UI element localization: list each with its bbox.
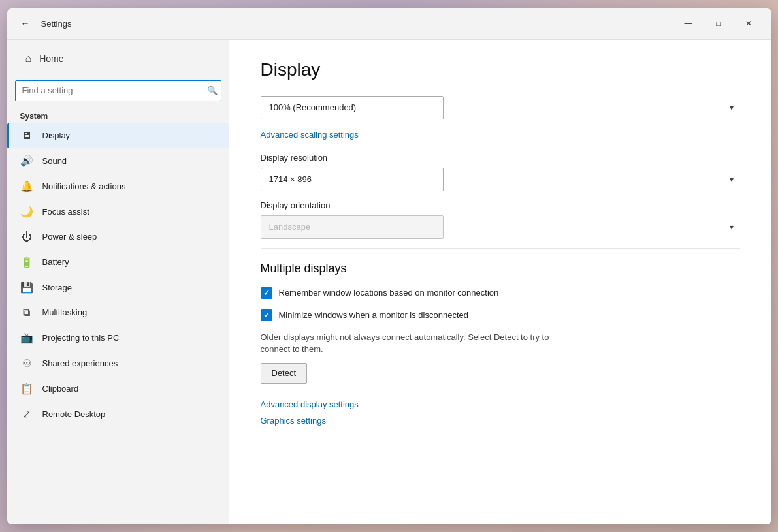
clipboard-icon: 📋 bbox=[20, 383, 33, 395]
remote-desktop-icon: ⤢ bbox=[20, 408, 33, 420]
titlebar: ← Settings — □ ✕ bbox=[7, 8, 771, 40]
sidebar-label-notifications: Notifications & actions bbox=[42, 181, 126, 191]
sidebar-label-display: Display bbox=[42, 131, 71, 140]
sidebar-item-sound[interactable]: 🔊 Sound bbox=[7, 148, 229, 174]
multitasking-icon: ⧉ bbox=[20, 307, 33, 319]
scale-dropdown-wrapper: 100% (Recommended) ▾ bbox=[261, 96, 740, 119]
sidebar-item-notifications[interactable]: 🔔 Notifications & actions bbox=[7, 174, 229, 199]
sound-icon: 🔊 bbox=[20, 155, 33, 167]
orientation-label: Display orientation bbox=[261, 200, 740, 210]
search-input[interactable] bbox=[15, 80, 221, 101]
home-icon: ⌂ bbox=[25, 53, 32, 65]
advanced-display-link[interactable]: Advanced display settings bbox=[261, 399, 740, 409]
checkbox-row-2[interactable]: Minimize windows when a monitor is disco… bbox=[261, 309, 740, 321]
checkbox-remember-window-label: Remember window locations based on monit… bbox=[279, 288, 499, 298]
projecting-icon: 📺 bbox=[20, 332, 33, 344]
main-content: Display 100% (Recommended) ▾ Advanced sc… bbox=[229, 40, 771, 524]
sidebar-item-home[interactable]: ⌂ Home bbox=[12, 42, 224, 75]
maximize-button[interactable]: □ bbox=[704, 13, 734, 34]
sidebar-label-storage: Storage bbox=[42, 283, 73, 292]
section-divider bbox=[261, 248, 740, 249]
sidebar-item-display[interactable]: 🖥 Display bbox=[7, 123, 229, 148]
sidebar-item-power-sleep[interactable]: ⏻ Power & sleep bbox=[7, 225, 229, 249]
page-title: Display bbox=[261, 59, 740, 80]
resolution-dropdown[interactable]: 1714 × 896 bbox=[261, 168, 444, 191]
back-button[interactable]: ← bbox=[15, 13, 36, 34]
sidebar-item-storage[interactable]: 💾 Storage bbox=[7, 275, 229, 300]
power-sleep-icon: ⏻ bbox=[20, 231, 33, 243]
titlebar-title: Settings bbox=[41, 19, 72, 29]
sidebar-label-power-sleep: Power & sleep bbox=[42, 232, 97, 242]
sidebar-label-battery: Battery bbox=[42, 257, 69, 267]
sidebar-item-clipboard[interactable]: 📋 Clipboard bbox=[7, 376, 229, 401]
advanced-scaling-link[interactable]: Advanced scaling settings bbox=[261, 130, 359, 140]
search-button[interactable]: 🔍 bbox=[207, 86, 218, 95]
resolution-dropdown-arrow: ▾ bbox=[730, 175, 734, 184]
sidebar-item-focus-assist[interactable]: 🌙 Focus assist bbox=[7, 199, 229, 225]
checkbox-remember-window[interactable] bbox=[261, 287, 272, 299]
sidebar-item-battery[interactable]: 🔋 Battery bbox=[7, 249, 229, 275]
sidebar-label-shared-experiences: Shared experiences bbox=[42, 358, 118, 368]
back-icon: ← bbox=[21, 18, 30, 29]
detect-text: Older displays might not always connect … bbox=[261, 332, 555, 355]
battery-icon: 🔋 bbox=[20, 256, 33, 268]
scale-dropdown[interactable]: 100% (Recommended) bbox=[261, 96, 444, 119]
shared-experiences-icon: ♾ bbox=[20, 357, 33, 369]
orientation-dropdown: Landscape bbox=[261, 215, 444, 239]
sidebar-section-label: System bbox=[7, 106, 229, 123]
scale-dropdown-arrow: ▾ bbox=[730, 103, 734, 112]
search-box: 🔍 bbox=[15, 80, 221, 101]
display-icon: 🖥 bbox=[20, 130, 33, 142]
resolution-label: Display resolution bbox=[261, 153, 740, 163]
minimize-button[interactable]: — bbox=[673, 13, 704, 34]
checkbox-row-1[interactable]: Remember window locations based on monit… bbox=[261, 287, 740, 299]
close-button[interactable]: ✕ bbox=[734, 13, 764, 34]
sidebar-label-multitasking: Multitasking bbox=[42, 307, 88, 317]
detect-button[interactable]: Detect bbox=[261, 363, 308, 384]
home-label: Home bbox=[39, 54, 63, 64]
content-area: ⌂ Home 🔍 System 🖥 Display 🔊 Sound 🔔 Noti… bbox=[7, 40, 771, 524]
multiple-displays-heading: Multiple displays bbox=[261, 262, 740, 275]
window-controls: — □ ✕ bbox=[673, 13, 764, 34]
sidebar-item-shared-experiences[interactable]: ♾ Shared experiences bbox=[7, 351, 229, 376]
sidebar-label-sound: Sound bbox=[42, 156, 67, 166]
settings-window: ← Settings — □ ✕ ⌂ Home 🔍 System 🖥 Displ… bbox=[7, 8, 771, 524]
sidebar-label-projecting: Projecting to this PC bbox=[42, 333, 120, 343]
sidebar-label-remote-desktop: Remote Desktop bbox=[42, 409, 106, 419]
checkbox-minimize-windows[interactable] bbox=[261, 309, 272, 321]
orientation-dropdown-arrow: ▾ bbox=[730, 223, 734, 232]
storage-icon: 💾 bbox=[20, 281, 33, 294]
sidebar-item-projecting[interactable]: 📺 Projecting to this PC bbox=[7, 325, 229, 351]
graphics-settings-link[interactable]: Graphics settings bbox=[261, 416, 740, 426]
sidebar-item-remote-desktop[interactable]: ⤢ Remote Desktop bbox=[7, 401, 229, 427]
resolution-dropdown-wrapper: 1714 × 896 ▾ bbox=[261, 168, 740, 191]
sidebar-item-multitasking[interactable]: ⧉ Multitasking bbox=[7, 300, 229, 325]
sidebar-label-focus-assist: Focus assist bbox=[42, 207, 89, 217]
notifications-icon: 🔔 bbox=[20, 180, 33, 193]
sidebar: ⌂ Home 🔍 System 🖥 Display 🔊 Sound 🔔 Noti… bbox=[7, 40, 229, 524]
orientation-dropdown-wrapper: Landscape ▾ bbox=[261, 215, 740, 239]
focus-assist-icon: 🌙 bbox=[20, 206, 33, 218]
checkbox-minimize-windows-label: Minimize windows when a monitor is disco… bbox=[279, 310, 468, 320]
sidebar-label-clipboard: Clipboard bbox=[42, 384, 79, 394]
